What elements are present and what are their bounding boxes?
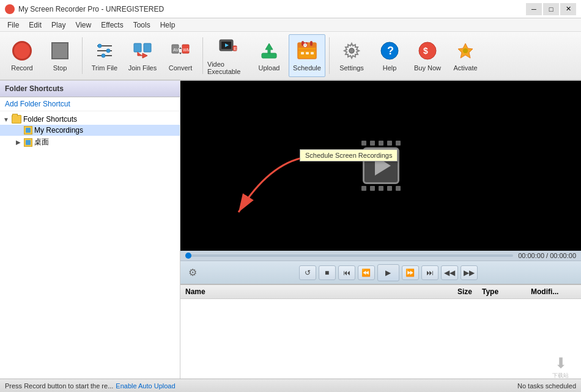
add-folder-shortcut-link[interactable]: Add Folder Shortcut	[0, 97, 180, 111]
upload-button[interactable]: Upload	[251, 34, 287, 77]
skip-start-button[interactable]: ⏮	[338, 265, 355, 280]
svg-text:$: $	[423, 46, 428, 56]
convert-button[interactable]: AVI WMV Convert	[162, 34, 199, 77]
menu-bar: File Edit Play View Effects Tools Help	[0, 18, 581, 32]
help-icon: ?	[379, 40, 401, 62]
seek-bar-area: 00:00:00 / 00:00:00	[180, 251, 581, 261]
settings-icon	[341, 40, 363, 62]
svg-text:⏰: ⏰	[302, 42, 308, 48]
transport-controls: ⚙ ↺ ■ ⏮ ⏪ ▶ ⏩ ⏭ ◀◀ ▶▶	[180, 261, 581, 284]
transport-center: ↺ ■ ⏮ ⏪ ▶ ⏩ ⏭ ◀◀ ▶▶	[299, 264, 478, 281]
enable-upload-link[interactable]: Enable Auto Upload	[116, 382, 175, 390]
transport-play-button[interactable]: ▶	[377, 264, 399, 281]
svg-rect-7	[144, 43, 151, 52]
stop-label: Stop	[53, 64, 67, 72]
activate-label: Activate	[453, 64, 477, 72]
film-dot	[379, 186, 383, 191]
skip-end-button[interactable]: ⏭	[421, 265, 439, 280]
status-bar: Press Record button to start the re... E…	[0, 379, 581, 392]
file-list-header: Name Size Type Modifi...	[180, 285, 581, 299]
maximize-button[interactable]: □	[543, 3, 559, 15]
separator-1	[82, 37, 83, 74]
status-message: Press Record button to start the re...	[5, 382, 113, 390]
video-area	[180, 81, 581, 251]
buynow-icon: $	[416, 40, 439, 62]
schedule-button[interactable]: ⏰ Schedule	[289, 34, 325, 77]
video-exec-button[interactable]: EXE Video Executable	[207, 34, 250, 77]
menu-effects[interactable]: Effects	[96, 20, 128, 31]
expand-icon: ▼	[2, 116, 10, 123]
tree-item-desktop[interactable]: ▶ 桌面	[0, 136, 180, 149]
menu-file[interactable]: File	[2, 20, 24, 31]
file-list: Name Size Type Modifi...	[180, 284, 581, 379]
menu-play[interactable]: Play	[46, 20, 70, 31]
video-exec-icon: EXE	[217, 36, 239, 58]
activate-icon	[454, 40, 476, 62]
transport-settings-button[interactable]: ⚙	[185, 265, 200, 280]
menu-view[interactable]: View	[70, 20, 96, 31]
stop-icon	[49, 40, 71, 62]
time-display: 00:00:00 / 00:00:00	[518, 252, 576, 259]
close-button[interactable]: ✕	[560, 3, 576, 15]
trim-icon	[94, 40, 116, 62]
col-size-header[interactable]: Size	[440, 285, 477, 298]
convert-icon: AVI WMV	[169, 40, 191, 62]
file-icon-recordings	[24, 126, 32, 135]
fast-forward-button[interactable]: ⏩	[402, 265, 419, 280]
transport-stop-button[interactable]: ■	[319, 265, 336, 280]
frame-forward-button[interactable]: ▶▶	[461, 265, 478, 280]
col-modified-header[interactable]: Modifi...	[526, 285, 581, 298]
title-bar: My Screen Recorder Pro - UNREGISTERED ─ …	[0, 0, 581, 18]
tree-item-my-recordings[interactable]: ▶ My Recordings	[0, 125, 180, 136]
svg-point-5	[102, 54, 105, 57]
menu-tools[interactable]: Tools	[128, 20, 155, 31]
record-button[interactable]: Record	[4, 34, 40, 77]
buynow-button[interactable]: $ Buy Now	[409, 34, 446, 77]
film-dot	[387, 186, 392, 191]
sidebar-header: Folder Shortcuts	[0, 81, 180, 97]
frame-back-button[interactable]: ◀◀	[441, 265, 458, 280]
convert-label: Convert	[169, 64, 193, 72]
tree-item-root[interactable]: ▼ Folder Shortcuts	[0, 114, 180, 125]
svg-marker-18	[265, 43, 273, 53]
col-type-header[interactable]: Type	[477, 285, 526, 298]
content-area: 00:00:00 / 00:00:00 ⚙ ↺ ■ ⏮ ⏪ ▶ ⏩ ⏭	[180, 81, 581, 379]
watermark-icon: ⬇	[555, 355, 567, 372]
trim-label: Trim File	[92, 64, 117, 72]
help-button[interactable]: ? Help	[371, 34, 408, 77]
trim-button[interactable]: Trim File	[86, 34, 123, 77]
settings-button[interactable]: Settings	[333, 34, 370, 77]
rewind-button[interactable]: ⏪	[358, 265, 375, 280]
col-name-header[interactable]: Name	[180, 285, 440, 298]
seek-thumb	[185, 253, 191, 259]
expand-icon-desktop: ▶	[15, 139, 22, 146]
join-icon	[131, 40, 154, 62]
svg-rect-25	[306, 52, 309, 54]
app-icon	[5, 4, 15, 14]
help-label: Help	[383, 64, 397, 72]
svg-text:WMV: WMV	[183, 48, 190, 52]
watermark-text: 下载站	[552, 372, 569, 380]
main-layout: Folder Shortcuts Add Folder Shortcut ▼ F…	[0, 81, 581, 379]
restart-button[interactable]: ↺	[299, 265, 316, 280]
record-label: Record	[11, 64, 32, 72]
tree-label-root: Folder Shortcuts	[23, 115, 77, 124]
stop-button[interactable]: Stop	[42, 34, 78, 77]
svg-rect-26	[311, 52, 314, 54]
upload-icon	[258, 40, 280, 62]
seek-track[interactable]	[185, 254, 513, 257]
svg-text:EXE: EXE	[234, 46, 238, 51]
svg-rect-17	[262, 53, 276, 58]
menu-edit[interactable]: Edit	[24, 20, 46, 31]
svg-rect-22	[310, 41, 313, 46]
activate-button[interactable]: Activate	[447, 34, 484, 77]
separator-2	[202, 37, 203, 74]
join-button[interactable]: Join Files	[124, 34, 161, 77]
film-strip-top	[361, 141, 401, 146]
svg-point-33	[463, 48, 468, 53]
buynow-label: Buy Now	[414, 64, 441, 72]
menu-help[interactable]: Help	[155, 20, 180, 31]
svg-rect-24	[301, 52, 304, 54]
minimize-button[interactable]: ─	[526, 3, 542, 15]
svg-text:AVI: AVI	[173, 48, 180, 52]
